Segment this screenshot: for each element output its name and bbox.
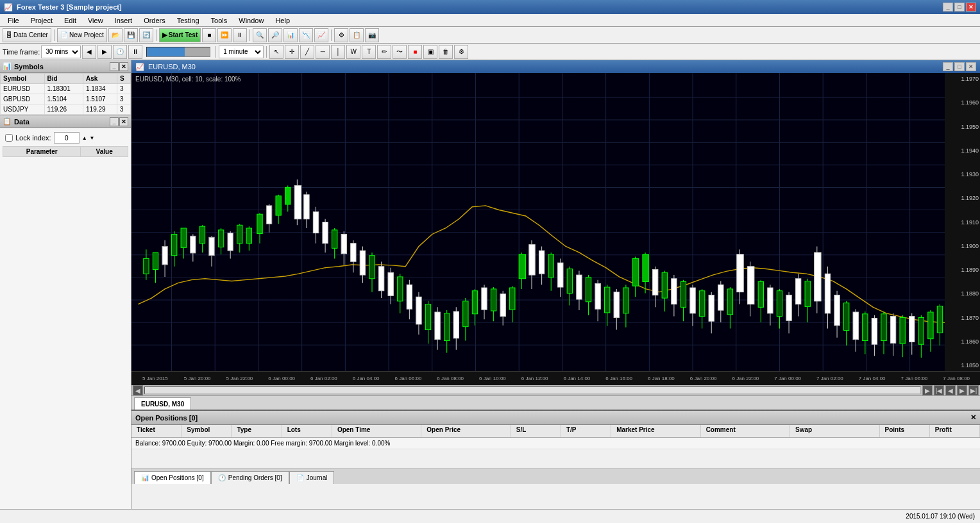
time-14: 6 Jan 20:00	[682, 376, 725, 381]
scroll-right-btn[interactable]: ▶	[922, 385, 933, 395]
separator-2	[156, 29, 156, 41]
chart-main[interactable]: EURUSD, M30, cell: 10, scale: 100%	[131, 73, 980, 371]
symbol-row-usdjpy[interactable]: USDJPY 119.26 119.29 3	[1, 104, 131, 115]
fib-button[interactable]: T	[362, 45, 376, 59]
svg-rect-47	[209, 237, 214, 255]
symbols-panel-header: 📊 Symbols _ ✕	[0, 60, 131, 73]
tab-open-positions[interactable]: 📊 Open Positions [0]	[134, 471, 211, 484]
zoom-out-button[interactable]: 🔎	[268, 28, 282, 42]
menu-edit[interactable]: Edit	[59, 15, 81, 26]
data-minimize-button[interactable]: _	[110, 117, 119, 126]
chart-info: EURUSD, M30, cell: 10, scale: 100%	[135, 76, 241, 83]
data-center-button[interactable]: 🗄 Data Center	[3, 28, 51, 42]
scroll-left-btn[interactable]: ◀	[133, 385, 143, 395]
draw-button[interactable]: ✏	[377, 45, 391, 59]
spinner-down[interactable]: ▼	[90, 135, 95, 141]
time-7: 6 Jan 06:00	[387, 376, 430, 381]
time-20: 7 Jan 08:00	[935, 376, 977, 381]
minimize-button[interactable]: _	[943, 3, 953, 12]
close-positions-btn[interactable]: ✕	[970, 413, 976, 422]
delete-button[interactable]: 🗑	[439, 45, 453, 59]
maximize-button[interactable]: □	[954, 3, 965, 12]
svg-rect-71	[323, 222, 328, 244]
pause-button[interactable]: ⏸	[233, 28, 247, 42]
chart-tab-eurusd[interactable]: EURUSD, M30	[134, 397, 191, 410]
step-button[interactable]: ⏩	[217, 28, 232, 42]
menu-help[interactable]: Help	[270, 15, 295, 26]
screenshot-button[interactable]: 📷	[365, 28, 379, 42]
timeframe-dropdown[interactable]: 30 mins 1 min 5 mins 1 hour 4 hours Dail…	[41, 46, 81, 58]
scroll-prev-btn[interactable]: ◀	[945, 385, 956, 395]
pause2-icon: ⏸	[132, 48, 139, 55]
scroll-next-btn[interactable]: ▶	[957, 385, 967, 395]
chart-type-line[interactable]: 📈	[314, 28, 328, 42]
param-col-header: Parameter	[3, 147, 81, 157]
new-project-button[interactable]: 📄 New Project	[57, 28, 107, 42]
menu-testing[interactable]: Testing	[172, 15, 205, 26]
zoom-in-button[interactable]: 🔍	[253, 28, 267, 42]
start-test-button[interactable]: ▶ Start Test	[159, 28, 201, 42]
scroll-start-btn[interactable]: |◀	[934, 385, 944, 395]
svg-rect-201	[937, 306, 942, 333]
vline-button[interactable]: │	[331, 45, 345, 59]
menu-tools[interactable]: Tools	[206, 15, 233, 26]
menu-insert[interactable]: Insert	[110, 15, 138, 26]
color-button[interactable]: ■	[408, 45, 422, 59]
menu-orders[interactable]: Orders	[139, 15, 171, 26]
lock-index-checkbox[interactable]	[5, 134, 13, 142]
cursor-icon: ↖	[274, 48, 279, 55]
menu-file[interactable]: File	[3, 15, 24, 26]
svg-rect-135	[623, 288, 629, 313]
menu-window[interactable]: Window	[233, 15, 269, 26]
data-close-button[interactable]: ✕	[119, 117, 128, 126]
save-project-button[interactable]: 💾	[124, 28, 138, 42]
tf-next-button[interactable]: ▶	[97, 45, 112, 59]
symbol-row-eurusd[interactable]: EURUSD 1.18301 1.1834 3	[1, 84, 131, 94]
templates-button[interactable]: 📋	[350, 28, 364, 42]
step-icon: ⏩	[221, 31, 228, 38]
camera-icon: 📷	[368, 31, 376, 38]
symbols-close-button[interactable]: ✕	[119, 62, 128, 71]
scrollbar-track[interactable]	[144, 386, 921, 394]
symbol-s-eurusd: 3	[117, 84, 131, 94]
properties-button[interactable]: ⚙	[454, 45, 468, 59]
speed-dropdown[interactable]: 1 minute 1 tick 5 minutes	[219, 46, 264, 58]
tab-pending-orders[interactable]: 🕐 Pending Orders [0]	[211, 471, 289, 484]
symbols-minimize-button[interactable]: _	[110, 62, 119, 71]
chart-type-bar[interactable]: 📊	[283, 28, 298, 42]
status-bar: 2015.01.07 19:10 (Wed)	[0, 509, 980, 523]
indicators-button[interactable]: ⚙	[334, 28, 348, 42]
tab-journal[interactable]: 📄 Journal	[289, 471, 335, 484]
stop-test-button[interactable]: ■	[202, 28, 216, 42]
chart-close-button[interactable]: ✕	[966, 62, 976, 71]
clock-button[interactable]: 🕐	[113, 45, 127, 59]
fill-button[interactable]: ▣	[423, 45, 437, 59]
col-lots: Lots	[282, 425, 332, 437]
line-button[interactable]: ╱	[300, 45, 314, 59]
chart-type-candle[interactable]: 📉	[299, 28, 313, 42]
cursor-button[interactable]: ↖	[269, 45, 283, 59]
spinner-up[interactable]: ▲	[82, 135, 87, 141]
reload-button[interactable]: 🔄	[139, 28, 153, 42]
close-button[interactable]: ✕	[966, 3, 976, 12]
hline-button[interactable]: ─	[316, 45, 330, 59]
bottom-columns: Ticket Symbol Type Lots Open Time Open P…	[131, 425, 980, 438]
chart-minimize-button[interactable]: _	[943, 62, 953, 71]
lock-index-input[interactable]	[54, 132, 80, 144]
time-17: 7 Jan 02:00	[809, 376, 851, 381]
crosshair-button[interactable]: ✛	[285, 45, 299, 59]
wave-button[interactable]: 〜	[393, 45, 407, 59]
menu-view[interactable]: View	[83, 15, 108, 26]
fill-icon: ▣	[428, 48, 434, 55]
scroll-end-btn[interactable]: ▶|	[968, 385, 979, 395]
text-button[interactable]: W	[346, 45, 360, 59]
svg-rect-191	[890, 317, 895, 344]
time-13: 6 Jan 18:00	[640, 376, 682, 381]
symbol-row-gbpusd[interactable]: GBPUSD 1.5104 1.5107 3	[1, 94, 131, 104]
open-project-button[interactable]: 📂	[108, 28, 122, 42]
svg-rect-155	[718, 285, 723, 310]
chart-maximize-button[interactable]: □	[954, 62, 965, 71]
menu-project[interactable]: Project	[26, 15, 58, 26]
pause2-button[interactable]: ⏸	[128, 45, 142, 59]
tf-prev-button[interactable]: ◀	[82, 45, 96, 59]
